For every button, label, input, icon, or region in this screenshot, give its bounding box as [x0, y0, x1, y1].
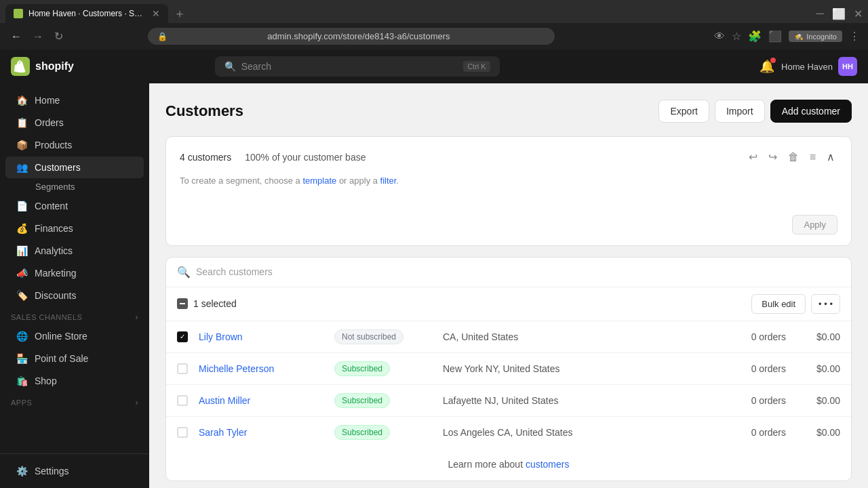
sidebar-item-segments[interactable]: Segments [5, 179, 144, 195]
sidebar-label-products: Products [35, 140, 72, 150]
apps-label: Apps [11, 399, 32, 407]
delete-icon[interactable]: 🗑 [785, 148, 802, 166]
content-icon: 📄 [16, 201, 28, 211]
table-search-bar: 🔍 [166, 258, 851, 287]
active-tab[interactable]: Home Haven · Customers · Sho... ✕ [5, 4, 168, 23]
undo-icon[interactable]: ↩ [746, 148, 760, 166]
segment-icons: ↩ ↪ 🗑 ≡ ∧ [746, 148, 837, 166]
notifications-button[interactable]: 🔔 [760, 59, 774, 74]
customer-spent-3: $0.00 [786, 427, 840, 438]
more-actions-button[interactable]: • • • [811, 294, 840, 314]
close-button[interactable]: ✕ [854, 7, 863, 20]
customers-learn-link[interactable]: customers [526, 459, 570, 470]
address-bar: ← → ↻ 🔒 admin.shopify.com/store/de8143-a… [0, 23, 868, 49]
maximize-button[interactable]: ⬜ [832, 7, 846, 20]
collapse-icon[interactable]: ∧ [824, 148, 837, 166]
row-checkbox-0[interactable] [177, 331, 188, 342]
sidebar-label-discounts: Discounts [35, 290, 76, 301]
sidebar-item-finances[interactable]: 💰 Finances [5, 218, 144, 239]
new-tab-button[interactable]: ＋ [171, 5, 189, 22]
segment-footer: Apply [180, 215, 837, 235]
sidebar-item-orders[interactable]: 📋 Orders [5, 112, 144, 134]
sales-channels-section: Sales channels › [0, 307, 149, 325]
sidebar-item-customers[interactable]: 👥 Customers [5, 157, 144, 178]
marketing-icon: 📣 [16, 268, 28, 279]
main-content: Customers Export Import Add customer 4 c… [149, 83, 868, 488]
row-checkbox-1[interactable] [177, 363, 188, 374]
extensions-icon[interactable]: 🧩 [748, 30, 762, 43]
customer-name-2: Austin Miller [199, 395, 334, 406]
sidebar-item-discounts[interactable]: 🏷️ Discounts [5, 285, 144, 306]
filter-link[interactable]: filter [380, 176, 397, 186]
add-customer-button[interactable]: Add customer [770, 100, 852, 123]
url-bar[interactable]: 🔒 admin.shopify.com/store/de8143-a6/cust… [148, 28, 555, 45]
sidebar-nav: 🏠 Home 📋 Orders 📦 Products 👥 Customers S… [0, 83, 149, 453]
segment-count: 4 customers [180, 152, 231, 163]
sidebar-bottom: ⚙️ Settings [0, 453, 149, 488]
search-icon: 🔍 [224, 61, 236, 72]
customer-orders-1: 0 orders [718, 363, 786, 374]
sidebar-item-shop[interactable]: 🛍️ Shop [5, 370, 144, 392]
sidebar-item-point-of-sale[interactable]: 🏪 Point of Sale [5, 348, 144, 369]
topbar-right: 🔔 Home Haven HH [760, 57, 857, 76]
apps-chevron[interactable]: › [136, 398, 139, 407]
sidebar-label-orders: Orders [35, 117, 64, 128]
table-row[interactable]: Sarah Tyler Subscribed Los Angeles CA, U… [166, 417, 851, 448]
row-checkbox-2[interactable] [177, 395, 188, 406]
export-button[interactable]: Export [658, 100, 709, 123]
subscription-badge-1: Subscribed [334, 361, 443, 376]
store-menu[interactable]: Home Haven HH [781, 57, 857, 76]
sidebar-item-settings[interactable]: ⚙️ Settings [5, 460, 144, 482]
table-row[interactable]: Michelle Peterson Subscribed New York NY… [166, 353, 851, 385]
sidebar-item-content[interactable]: 📄 Content [5, 195, 144, 217]
apply-button[interactable]: Apply [792, 215, 837, 235]
sidebar-label-pos: Point of Sale [35, 353, 88, 364]
sidebar-label-analytics: Analytics [35, 245, 73, 256]
sidebar-item-home[interactable]: 🏠 Home [5, 89, 144, 111]
redo-icon[interactable]: ↪ [766, 148, 780, 166]
tab-favicon [14, 9, 23, 18]
tab-close-button[interactable]: ✕ [152, 8, 160, 19]
customer-orders-2: 0 orders [718, 395, 786, 406]
customer-spent-0: $0.00 [786, 331, 840, 342]
sidebar-item-analytics[interactable]: 📊 Analytics [5, 240, 144, 262]
select-all-checkbox[interactable] [177, 298, 188, 309]
forward-button[interactable]: → [30, 28, 46, 45]
bulk-edit-button[interactable]: Bulk edit [751, 294, 806, 314]
sidebar: 🏠 Home 📋 Orders 📦 Products 👥 Customers S… [0, 83, 149, 488]
table-row[interactable]: Austin Miller Subscribed Lafayette NJ, U… [166, 385, 851, 417]
back-button[interactable]: ← [8, 28, 24, 45]
reload-button[interactable]: ↻ [52, 27, 66, 45]
sidebar-item-online-store[interactable]: 🌐 Online Store [5, 325, 144, 347]
shopify-wordmark: shopify [35, 60, 74, 73]
global-search[interactable]: 🔍 Search Ctrl K [215, 56, 500, 77]
customer-name-3: Sarah Tyler [199, 427, 334, 438]
customer-orders-3: 0 orders [718, 427, 786, 438]
import-button[interactable]: Import [715, 100, 765, 123]
table-footer: Learn more about customers [166, 448, 851, 481]
search-customers-input[interactable] [196, 266, 840, 277]
sidebar-icon[interactable]: ⬛ [768, 30, 782, 43]
template-link[interactable]: template [302, 176, 336, 186]
footer-text: Learn more about [448, 459, 526, 470]
apps-section: Apps › [0, 392, 149, 410]
subscription-badge-2: Subscribed [334, 393, 443, 408]
menu-icon[interactable]: ⋮ [849, 30, 860, 43]
bookmark-icon[interactable]: ☆ [732, 30, 741, 43]
row-checkbox-3[interactable] [177, 427, 188, 438]
sidebar-item-marketing[interactable]: 📣 Marketing [5, 262, 144, 284]
sales-channels-chevron[interactable]: › [136, 312, 139, 322]
orders-icon: 📋 [16, 117, 28, 128]
sidebar-item-products[interactable]: 📦 Products [5, 134, 144, 156]
segment-info: 4 customers 100% of your customer base [180, 152, 366, 163]
bulk-actions: Bulk edit • • • [751, 294, 840, 314]
sidebar-label-customers: Customers [35, 162, 81, 173]
table-row[interactable]: Lily Brown Not subscribed CA, United Sta… [166, 321, 851, 353]
settings-icon: ⚙️ [16, 466, 28, 476]
selected-count: 1 selected [193, 298, 237, 309]
eye-slash-icon[interactable]: 👁 [714, 30, 725, 43]
minimize-button[interactable]: ─ [816, 7, 824, 20]
table-search-icon: 🔍 [177, 266, 191, 279]
segment-top: 4 customers 100% of your customer base ↩… [180, 148, 837, 166]
filter-icon[interactable]: ≡ [807, 148, 818, 166]
